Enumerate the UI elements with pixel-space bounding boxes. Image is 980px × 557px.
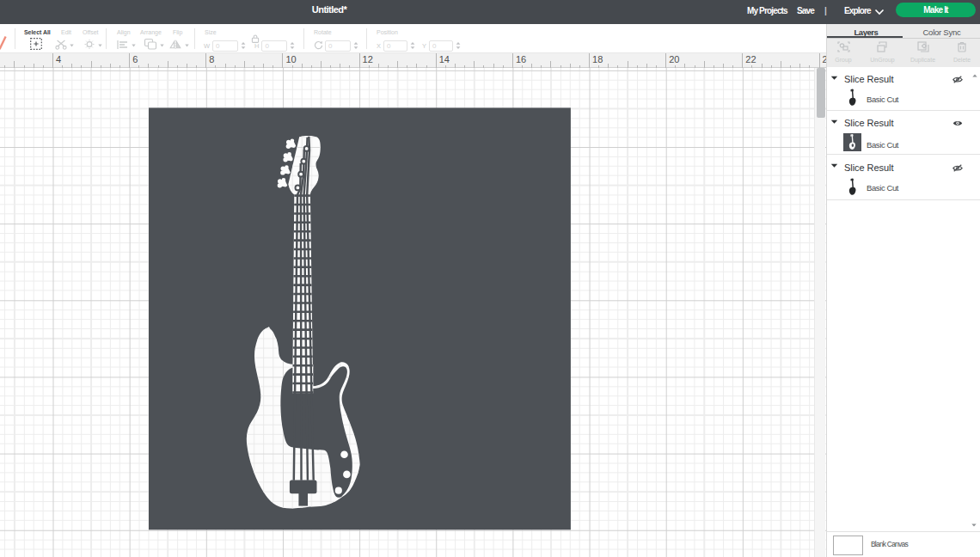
svg-text:20: 20 <box>669 54 679 64</box>
svg-text:12: 12 <box>363 54 373 64</box>
svg-text:18: 18 <box>592 54 603 64</box>
svg-text:22: 22 <box>745 54 756 64</box>
svg-text:10: 10 <box>285 54 296 64</box>
svg-text:14: 14 <box>439 54 450 64</box>
svg-text:6: 6 <box>132 54 138 64</box>
svg-text:8: 8 <box>209 54 214 64</box>
svg-text:4: 4 <box>56 54 61 64</box>
svg-text:16: 16 <box>516 54 526 64</box>
